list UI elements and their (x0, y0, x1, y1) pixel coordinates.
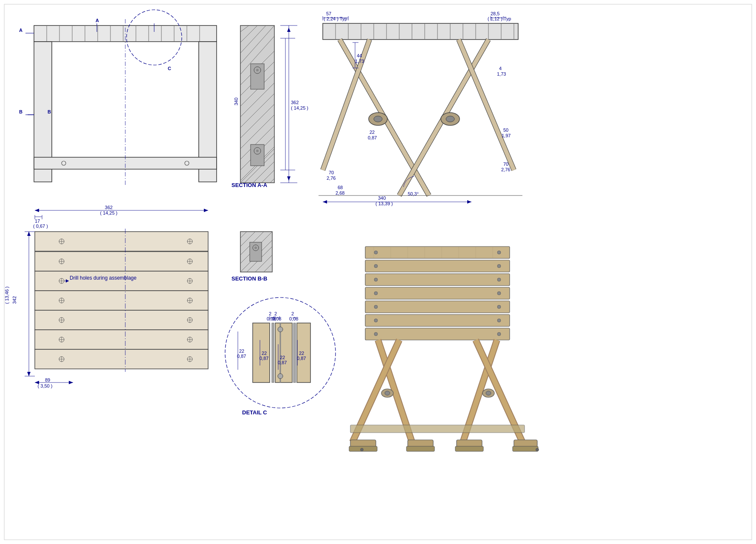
dim-2-3-inches: 0,08 (289, 316, 298, 321)
section-aa-height2: 340 (234, 98, 239, 105)
svg-rect-63 (323, 23, 518, 40)
dim-4: 4 (499, 66, 502, 71)
svg-marker-58 (287, 28, 291, 32)
svg-marker-103 (467, 200, 471, 204)
svg-point-251 (361, 448, 364, 451)
svg-marker-169 (69, 381, 73, 384)
svg-rect-179 (250, 242, 262, 261)
dim-2-3: 2 (291, 311, 294, 316)
dim-4-inches: 1,73 (497, 71, 506, 76)
dim-70-inches: 2,76 (327, 176, 336, 181)
svg-point-51 (256, 69, 259, 71)
dim-22-detail-2-inches: 0,87 (260, 356, 268, 361)
svg-rect-253 (350, 425, 525, 433)
svg-point-90 (446, 116, 454, 122)
section-b-right: B (48, 109, 51, 114)
svg-point-221 (497, 292, 501, 295)
dim-68-inches: 2,68 (336, 190, 344, 196)
svg-rect-49 (251, 64, 264, 89)
svg-point-242 (486, 391, 491, 395)
svg-point-181 (254, 246, 257, 249)
section-bb-label: SECTION B-B (231, 275, 268, 282)
svg-point-88 (374, 116, 382, 122)
svg-point-214 (374, 264, 378, 268)
dim-22-detail-3: 22 (280, 355, 285, 360)
svg-marker-102 (323, 200, 327, 204)
svg-point-215 (497, 264, 501, 268)
svg-point-223 (374, 305, 378, 309)
section-aa-label: SECTION A-A (231, 182, 268, 188)
svg-rect-183 (253, 323, 270, 382)
dim-340-side-inches: ( 13,39 ) (375, 201, 393, 206)
svg-point-220 (374, 292, 378, 295)
dim-50-inches: 1,97 (502, 133, 511, 138)
svg-marker-113 (27, 232, 31, 236)
dim-57: 57 (326, 11, 331, 16)
svg-rect-228 (365, 328, 510, 340)
svg-point-212 (497, 251, 501, 254)
dim-362-top: 362 (105, 205, 113, 210)
dim-44-right: 44 (357, 53, 362, 58)
dim-50: 50 (503, 128, 508, 133)
svg-rect-248 (406, 446, 434, 451)
dim-362-top-inches: ( 14,25 ) (100, 210, 118, 215)
detail-c-title: DETAIL C (242, 409, 267, 416)
dim-2-2-inches: 0,08 (272, 316, 281, 321)
svg-rect-244 (408, 440, 433, 447)
svg-point-252 (536, 448, 539, 451)
angle-50: 50,3° (408, 191, 419, 196)
svg-rect-249 (455, 446, 483, 451)
svg-point-224 (497, 305, 501, 309)
dim-28-5-inches: ( 1,12 ) Typ (488, 16, 511, 21)
dim-22-detail-3-inches: 0,87 (278, 360, 287, 365)
dim-44-right-inches: 1,73 (355, 59, 364, 64)
svg-rect-243 (350, 440, 376, 447)
svg-rect-225 (365, 314, 510, 326)
dim-22-side-inches: 0,87 (368, 135, 377, 140)
section-aa-height1-inches: ( 14,25 ) (291, 105, 308, 110)
dim-22-detail-1: 22 (239, 348, 244, 354)
section-b-left: B (19, 109, 23, 114)
svg-line-86 (459, 40, 514, 170)
dim-68: 68 (338, 185, 343, 190)
svg-point-229 (374, 332, 378, 336)
svg-point-211 (374, 251, 378, 254)
svg-rect-184 (272, 323, 274, 382)
svg-point-227 (497, 319, 501, 322)
section-a-left: A (19, 28, 23, 33)
dim-22-detail-1-inches: 0,87 (237, 354, 246, 359)
svg-rect-222 (365, 301, 510, 313)
dim-70-right-inches: 2,76 (501, 167, 510, 172)
svg-rect-250 (513, 446, 538, 451)
drill-note: Drill holes during assemblage (70, 275, 137, 281)
dim-2-2: 2 (274, 311, 277, 316)
dim-57-inches: ( 2,24 ) Typ (324, 16, 347, 21)
svg-point-217 (374, 278, 378, 281)
dim-22-detail-4: 22 (299, 351, 304, 356)
dim-89: 89 (45, 377, 50, 382)
dim-70-right: 70 (503, 162, 508, 167)
svg-point-218 (497, 278, 501, 281)
dim-2-1: 2 (269, 311, 271, 316)
svg-marker-114 (27, 372, 31, 376)
dim-17-top: 17 (35, 218, 40, 224)
svg-point-54 (256, 150, 259, 152)
svg-marker-105 (35, 209, 39, 212)
svg-point-189 (278, 327, 283, 332)
svg-point-226 (374, 319, 378, 322)
svg-rect-185 (275, 323, 292, 382)
svg-rect-245 (457, 440, 482, 447)
section-a-top: A (96, 18, 99, 23)
dim-340-side: 340 (378, 196, 386, 201)
svg-rect-246 (514, 440, 537, 447)
dim-342: 342 (12, 296, 17, 304)
svg-marker-106 (204, 209, 208, 212)
dim-22-side: 22 (370, 130, 375, 135)
section-aa-height1: 362 (291, 100, 299, 105)
svg-point-240 (385, 391, 390, 395)
svg-rect-202 (365, 246, 510, 258)
detail-c-label: C (168, 66, 171, 71)
svg-point-190 (278, 374, 283, 379)
drawing-container: A A B B C 362 ( 14,25 ) (0, 0, 756, 544)
svg-marker-59 (287, 176, 291, 181)
